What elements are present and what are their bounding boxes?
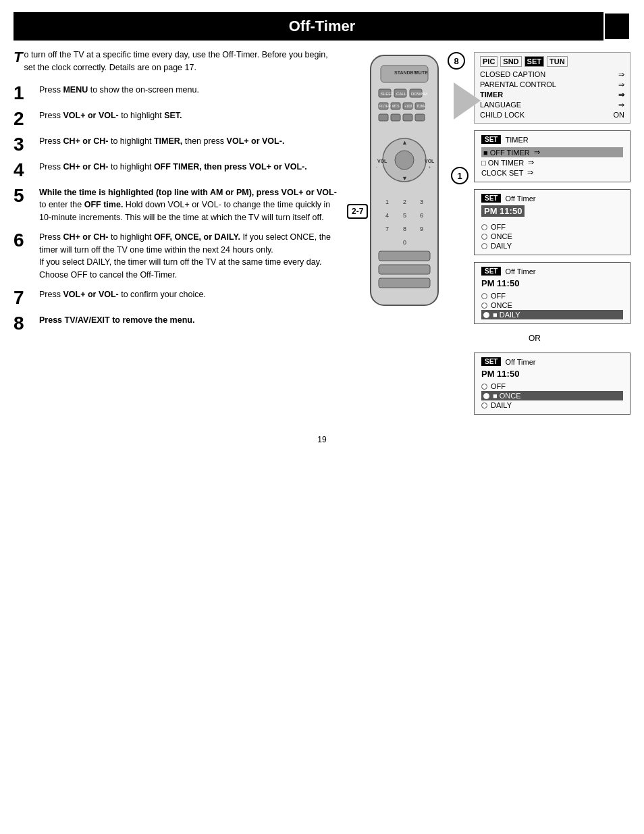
remote-svg: STANDBY MUTE SLEEP CALL DOWNM FILTER MTS xyxy=(357,49,452,339)
or-label: OR xyxy=(474,334,595,343)
tab-snd: SND xyxy=(500,56,521,67)
svg-text:VOL: VOL xyxy=(425,159,435,163)
remote-diagram-area: STANDBY MUTE SLEEP CALL DOWNM FILTER MTS xyxy=(347,49,468,346)
off-timer-3-title: Off Timer xyxy=(505,358,535,366)
off-timer-2-set-badge: SET xyxy=(481,267,501,276)
off-timer-3-header: SET Off Timer xyxy=(481,357,623,366)
page-title: Off-Timer xyxy=(289,18,356,34)
timer-menu-box: SET TIMER ■ OFF TIMER⇒ □ ON TIMER⇒ CLOCK… xyxy=(474,130,630,182)
left-column: To turn off the TV at a specific time ev… xyxy=(14,49,347,421)
step-1: 1 Press MENU to show the on-screen menu. xyxy=(14,84,340,103)
intro-body: o turn off the TV at a specific time eve… xyxy=(24,50,327,72)
svg-rect-21 xyxy=(403,114,412,121)
svg-text:0: 0 xyxy=(403,239,406,246)
off-timer-box-3: SET Off Timer PM 11:50 OFF ■ ONCE DAILY xyxy=(474,353,630,415)
radio-off-1 xyxy=(481,224,487,230)
radio-once-1 xyxy=(481,234,487,240)
intro-text: To turn off the TV at a specific time ev… xyxy=(14,49,340,74)
off-timer-2-header: SET Off Timer xyxy=(481,267,623,276)
step-4: 4 Press CH+ or CH- to highlight OFF TIME… xyxy=(14,161,340,180)
step-content-2: Press VOL+ or VOL- to highlight SET. xyxy=(39,109,182,122)
radio-off-3 xyxy=(481,384,487,390)
svg-text:DOWNM: DOWNM xyxy=(411,92,427,96)
timer-title: TIMER xyxy=(505,136,528,144)
step-8: 8 Press TV/AV/EXIT to remove the menu. xyxy=(14,314,340,333)
step-3: 3 Press CH+ or CH- to highlight TIMER, t… xyxy=(14,135,340,154)
step-content-7: Press VOL+ or VOL- to confirm your choic… xyxy=(39,288,206,301)
step-content-8: Press TV/AV/EXIT to remove the menu. xyxy=(39,314,194,327)
radio-once-3 xyxy=(483,393,489,399)
pic-menu-box: PIC SND SET TUN CLOSED CAPTION⇒ PARENTAL… xyxy=(474,52,630,124)
step-num-8: 8 xyxy=(14,314,35,333)
svg-text:+100: +100 xyxy=(404,104,412,108)
off-timer-3-time: PM 11:50 xyxy=(481,369,623,379)
off-timer-box-1: SET Off Timer PM 11:50 OFF ONCE DAILY xyxy=(474,189,630,255)
off-timer-box-2: SET Off Timer PM 11:50 OFF ONCE ■ DAILY xyxy=(474,262,630,324)
radio-off-2 xyxy=(481,293,487,299)
right-column: STANDBY MUTE SLEEP CALL DOWNM FILTER MTS xyxy=(347,49,630,421)
pic-menu-language: LANGUAGE⇒ xyxy=(480,100,624,110)
off-timer-3-off: OFF xyxy=(481,382,623,391)
page-header: Off-Timer xyxy=(14,12,630,41)
off-timer-1-once: ONCE xyxy=(481,232,623,241)
step-num-7: 7 xyxy=(14,288,35,307)
pic-menu-parental: PARENTAL CONTROL⇒ xyxy=(480,80,624,90)
step-num-2: 2 xyxy=(14,109,35,128)
dropcap: T xyxy=(14,50,22,65)
svg-text:STANDBY: STANDBY xyxy=(394,70,417,75)
off-timer-1-time: PM 11:50 xyxy=(481,205,525,217)
screens-stack: PIC SND SET TUN CLOSED CAPTION⇒ PARENTAL… xyxy=(474,49,630,415)
svg-text:5: 5 xyxy=(403,212,406,219)
svg-text:4: 4 xyxy=(385,212,389,219)
off-timer-2-time: PM 11:50 xyxy=(481,278,623,288)
badge-8: 8 xyxy=(448,52,465,70)
step-content-3: Press CH+ or CH- to highlight TIMER, the… xyxy=(39,135,284,148)
timer-box-header: SET TIMER xyxy=(481,135,623,144)
pic-menu-child-lock: CHILD LOCKON xyxy=(480,110,624,120)
svg-rect-22 xyxy=(415,114,425,121)
off-timer-3-once: ■ ONCE xyxy=(481,391,623,400)
off-timer-1-header: SET Off Timer xyxy=(481,194,623,203)
step-2: 2 Press VOL+ or VOL- to highlight SET. xyxy=(14,109,340,128)
page-number: 19 xyxy=(0,435,644,444)
svg-text:6: 6 xyxy=(420,212,423,219)
step-7: 7 Press VOL+ or VOL- to confirm your cho… xyxy=(14,288,340,307)
off-timer-1-title: Off Timer xyxy=(505,194,535,203)
svg-text:▼: ▼ xyxy=(402,175,408,182)
pic-menu-closed-caption: CLOSED CAPTION⇒ xyxy=(480,70,624,80)
step-num-1: 1 xyxy=(14,84,35,103)
step-content-6: Press CH+ or CH- to highlight OFF, ONCE,… xyxy=(39,231,340,282)
tab-pic: PIC xyxy=(480,56,498,67)
timer-set-badge: SET xyxy=(481,135,501,144)
arrow-pointer xyxy=(454,82,481,122)
step-5: 5 While the time is highlighted (top lin… xyxy=(14,186,340,224)
svg-text:MUTE: MUTE xyxy=(414,70,428,75)
svg-marker-0 xyxy=(454,82,481,120)
steps-list: 1 Press MENU to show the on-screen menu.… xyxy=(14,84,340,333)
step-num-6: 6 xyxy=(14,231,35,250)
badge-2-7: 2-7 xyxy=(347,204,368,219)
pic-menu-tabs: PIC SND SET TUN xyxy=(480,56,624,67)
step-num-5: 5 xyxy=(14,186,35,205)
tab-set: SET xyxy=(525,56,544,67)
svg-text:9: 9 xyxy=(420,226,423,232)
svg-text:1: 1 xyxy=(385,199,389,205)
svg-text:TUNE: TUNE xyxy=(417,104,426,108)
svg-text:▲: ▲ xyxy=(402,139,408,146)
svg-text:-: - xyxy=(376,165,377,169)
svg-rect-41 xyxy=(379,251,430,261)
off-timer-1-set-badge: SET xyxy=(481,194,501,203)
radio-once-2 xyxy=(481,303,487,309)
off-timer-2-title: Off Timer xyxy=(505,267,535,276)
svg-text:7: 7 xyxy=(385,226,389,232)
svg-point-24 xyxy=(395,151,414,170)
step-6: 6 Press CH+ or CH- to highlight OFF, ONC… xyxy=(14,231,340,282)
svg-text:FILTER: FILTER xyxy=(379,104,391,108)
radio-daily-2 xyxy=(483,312,489,318)
svg-text:VOL: VOL xyxy=(377,159,387,163)
svg-text:8: 8 xyxy=(403,226,406,232)
svg-text:CALL: CALL xyxy=(396,92,407,96)
step-content-5: While the time is highlighted (top line … xyxy=(39,186,340,224)
svg-text:MTS: MTS xyxy=(392,104,400,108)
badge-1: 1 xyxy=(451,167,468,184)
